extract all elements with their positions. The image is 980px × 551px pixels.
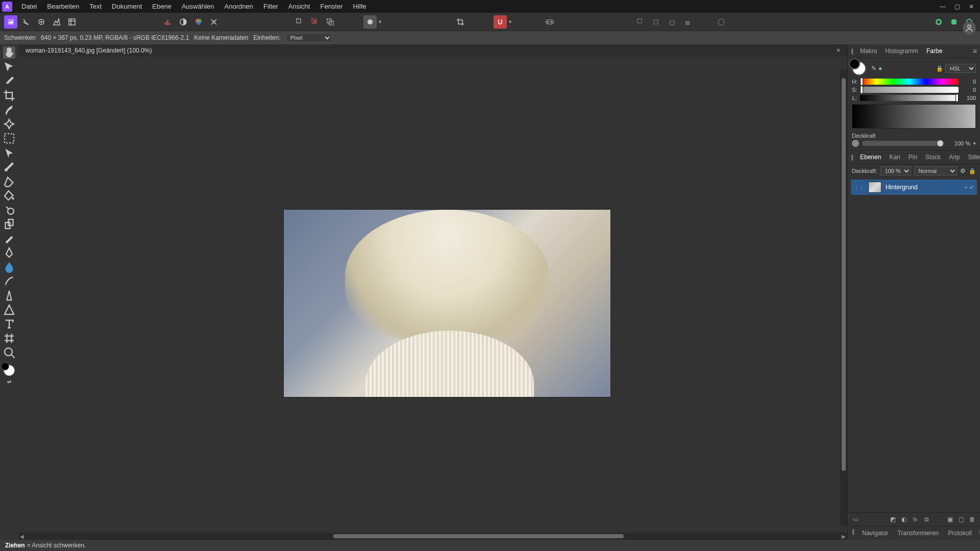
menu-hilfe[interactable]: Hilfe bbox=[348, 1, 372, 12]
tab-protokoll[interactable]: Protokoll bbox=[946, 529, 974, 538]
color-swatch-icon[interactable] bbox=[4, 365, 15, 376]
viewport[interactable] bbox=[18, 57, 847, 533]
crop-icon[interactable] bbox=[454, 15, 467, 29]
retouch-tool-icon[interactable] bbox=[3, 232, 15, 244]
tab-makro[interactable]: Makro bbox=[858, 46, 879, 56]
color-model-select[interactable]: HSL bbox=[945, 64, 976, 73]
chevron-down-icon[interactable]: ▾ bbox=[973, 141, 976, 146]
tab-ebenen[interactable]: Ebenen bbox=[858, 153, 883, 162]
fill-tool-icon[interactable] bbox=[3, 189, 15, 202]
shape-tool-icon[interactable] bbox=[3, 304, 15, 316]
mesh-tool-icon[interactable] bbox=[3, 332, 15, 344]
maximize-button[interactable]: ▢ bbox=[950, 2, 964, 12]
smudge-tool-icon[interactable] bbox=[3, 275, 15, 287]
snap-icon[interactable] bbox=[494, 15, 507, 29]
autocontrast-icon[interactable] bbox=[177, 15, 190, 29]
crop-layer-icon[interactable]: ⧉ bbox=[922, 515, 931, 524]
mask-icon[interactable]: ◩ bbox=[888, 515, 897, 524]
selection-intersect-icon[interactable] bbox=[324, 15, 337, 29]
collapse-icon[interactable]: ∥ bbox=[852, 529, 855, 538]
close-button[interactable]: ✕ bbox=[965, 2, 978, 12]
menu-datei[interactable]: Datei bbox=[16, 1, 42, 12]
units-select[interactable]: Pixel bbox=[286, 33, 332, 42]
quickmask-icon[interactable] bbox=[363, 15, 377, 29]
marquee-tool-icon[interactable] bbox=[3, 132, 15, 144]
tab-anp[interactable]: Anp bbox=[947, 153, 962, 162]
arrange-backward-icon[interactable] bbox=[649, 15, 663, 29]
fx-icon[interactable]: fx bbox=[911, 515, 920, 524]
autocolors-icon[interactable] bbox=[192, 15, 205, 29]
tab-navigator[interactable]: Navigator bbox=[860, 529, 890, 538]
crop-tool-icon[interactable] bbox=[3, 89, 15, 102]
menu-dokument[interactable]: Dokument bbox=[107, 1, 147, 12]
layer-visible-icon[interactable]: ✓ bbox=[969, 184, 974, 191]
hand-tool-icon[interactable] bbox=[3, 46, 15, 59]
minimize-button[interactable]: — bbox=[936, 2, 949, 12]
menu-auswaehlen[interactable]: Auswählen bbox=[177, 1, 219, 12]
selection-add-icon[interactable] bbox=[293, 15, 306, 29]
horizontal-scrollbar[interactable]: ◀ ▶ bbox=[18, 533, 847, 540]
tonemap-persona-icon[interactable] bbox=[50, 15, 63, 29]
tab-farbe[interactable]: Farbe bbox=[924, 46, 944, 56]
close-tab-icon[interactable]: × bbox=[837, 47, 844, 54]
healing-tool-icon[interactable] bbox=[3, 118, 15, 130]
layer-opacity-select[interactable]: 100 % bbox=[880, 166, 911, 176]
sharpen-tool-icon[interactable] bbox=[3, 289, 15, 302]
tab-histogramm[interactable]: Histogramm bbox=[883, 46, 920, 56]
layer-link-icon[interactable]: ▫ bbox=[965, 184, 967, 191]
layer-item[interactable]: ⋮⋮ Hintergrund ▫ ✓ bbox=[851, 180, 977, 195]
add-layer-icon[interactable]: ▢ bbox=[957, 515, 966, 524]
menu-text[interactable]: Text bbox=[84, 1, 107, 12]
sat-slider[interactable] bbox=[860, 87, 959, 93]
flood-select-tool-icon[interactable] bbox=[3, 146, 15, 159]
lock-icon[interactable]: 🔒 bbox=[969, 168, 976, 174]
menu-bearbeiten[interactable]: Bearbeiten bbox=[42, 1, 84, 12]
drag-handle-icon[interactable]: ⋮⋮ bbox=[854, 185, 864, 190]
target-icon[interactable] bbox=[715, 15, 728, 29]
vertical-scrollbar[interactable] bbox=[840, 69, 847, 525]
gear-icon[interactable]: ⚙ bbox=[960, 167, 966, 174]
adjustment-icon[interactable]: ◐ bbox=[899, 515, 909, 524]
tab-kan[interactable]: Kan bbox=[887, 153, 902, 162]
noise-icon[interactable] bbox=[852, 140, 859, 147]
collapse-icon[interactable]: ∥ bbox=[851, 154, 854, 161]
hue-slider[interactable] bbox=[860, 79, 959, 85]
dodge-tool-icon[interactable] bbox=[3, 204, 15, 216]
paint-brush-tool-icon[interactable] bbox=[3, 161, 15, 173]
swap-colors-icon[interactable]: ⇄ bbox=[3, 378, 15, 385]
clone-tool-icon[interactable] bbox=[3, 218, 15, 230]
develop-persona-icon[interactable] bbox=[35, 15, 48, 29]
photo-persona-icon[interactable] bbox=[4, 15, 17, 29]
erase-tool-icon[interactable] bbox=[3, 175, 15, 187]
menu-filter[interactable]: Filter bbox=[258, 1, 283, 12]
liquify-persona-icon[interactable] bbox=[19, 15, 33, 29]
arrange-front-icon[interactable] bbox=[680, 15, 693, 29]
menu-ansicht[interactable]: Ansicht bbox=[283, 1, 315, 12]
eyedropper-apply-icon[interactable]: ● bbox=[878, 65, 882, 72]
autolevels-icon[interactable] bbox=[161, 15, 175, 29]
zoom-tool-icon[interactable] bbox=[3, 346, 15, 359]
menu-ebene[interactable]: Ebene bbox=[147, 1, 177, 12]
group-icon[interactable]: ▣ bbox=[945, 515, 954, 524]
scroll-right-icon[interactable]: ▶ bbox=[840, 534, 847, 539]
collapse-icon[interactable]: ∥ bbox=[851, 48, 854, 55]
selection-remove-icon[interactable] bbox=[308, 15, 322, 29]
color-picker-tool-icon[interactable] bbox=[3, 75, 15, 87]
light-slider[interactable] bbox=[860, 95, 959, 101]
blur-tool-icon[interactable] bbox=[3, 261, 15, 273]
gradient-preview[interactable] bbox=[852, 104, 976, 129]
tab-stock[interactable]: Stock bbox=[923, 153, 943, 162]
chevron-down-icon[interactable]: ▾ bbox=[379, 19, 381, 24]
autowb-icon[interactable] bbox=[207, 15, 220, 29]
menu-anordnen[interactable]: Anordnen bbox=[219, 1, 258, 12]
assistant-icon[interactable] bbox=[543, 15, 556, 29]
scroll-left-icon[interactable]: ◀ bbox=[18, 534, 26, 539]
chevron-down-icon[interactable]: ▾ bbox=[509, 19, 511, 24]
arrange-forward-icon[interactable] bbox=[665, 15, 678, 29]
menu-fenster[interactable]: Fenster bbox=[315, 1, 348, 12]
arrange-back-icon[interactable] bbox=[634, 15, 647, 29]
pen-tool-icon[interactable] bbox=[3, 246, 15, 259]
lock-icon[interactable]: 🔒 bbox=[936, 65, 943, 72]
blend-mode-select[interactable]: Normal bbox=[914, 166, 957, 176]
export-persona-icon[interactable] bbox=[65, 15, 79, 29]
